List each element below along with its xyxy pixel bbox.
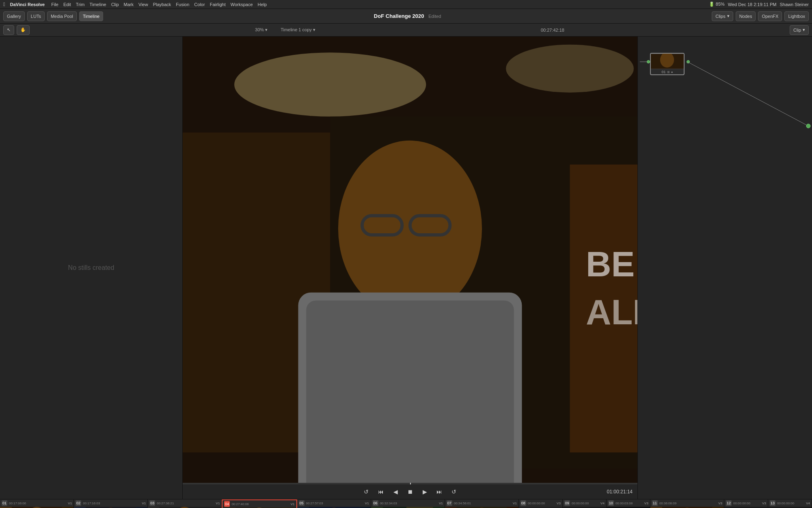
nodes-btn[interactable]: Nodes xyxy=(736,11,756,21)
timeline-btn[interactable]: Timeline xyxy=(79,11,103,21)
playback-timecode: 01:00:21:14 xyxy=(607,489,633,495)
clip-num-08: 08 xyxy=(520,500,526,506)
menu-color[interactable]: Color xyxy=(194,2,205,7)
clip-mode[interactable]: Clip ▾ xyxy=(790,25,809,35)
video-frame: BE ALP xyxy=(183,37,637,484)
clip-item-09[interactable]: 09 00:00:00:00 V4 👤 ⬡ PNG xyxy=(563,499,607,508)
svg-rect-10 xyxy=(306,300,514,484)
clip-item-11[interactable]: 11 00:36:08:09 V3 ⚙ H.264 xyxy=(650,499,724,508)
clip-num-03: 03 xyxy=(149,500,155,506)
video-container[interactable]: BE ALP xyxy=(183,37,637,484)
menu-clip[interactable]: Clip xyxy=(111,2,119,7)
node-connections xyxy=(638,37,812,499)
lightbox-btn[interactable]: Lightbox xyxy=(784,11,809,21)
system-info: 🔋 85% Wed Dec 18 2:19:11 PM Shawn Steine… xyxy=(709,2,809,7)
top-toolbar: Gallery LUTs Media Pool Timeline DoF Cha… xyxy=(0,9,812,24)
timecode-display-top: 00:27:42:18 xyxy=(541,28,564,33)
node-output-dot xyxy=(687,60,690,63)
zoom-level: 30% ▾ xyxy=(255,27,268,33)
node-thumbnail xyxy=(651,54,684,69)
clip-item-05[interactable]: 05 00:27:57:03 V1 ⚙ H.264 xyxy=(297,499,371,508)
clip-item-06[interactable]: 06 00:32:34:03 V1 ⚙ H.264 xyxy=(371,499,445,508)
menu-file[interactable]: File xyxy=(51,2,58,7)
clip-num-02: 02 xyxy=(76,500,81,506)
menu-fairlight[interactable]: Fairlight xyxy=(210,2,226,7)
clip-num-04: 04 xyxy=(224,501,230,507)
timeline-copy: Timeline 1 copy ▾ xyxy=(281,27,315,33)
clip-item-07[interactable]: 07 00:34:56:01 V1 ⚙ H.264 xyxy=(445,499,519,508)
apple-logo:  xyxy=(3,1,5,7)
cursor-btn[interactable]: ↖ xyxy=(3,25,14,35)
node-01[interactable]: 01 ⊞ ● xyxy=(650,53,685,75)
openfx-btn[interactable]: OpenFX xyxy=(758,11,782,21)
menu-timeline[interactable]: Timeline xyxy=(89,2,106,7)
clip-item-08[interactable]: 08 00:00:00:00 V3 👤 ⬡ PNG xyxy=(519,499,563,508)
node-area[interactable]: 01 ⊞ ● xyxy=(638,37,812,499)
clip-strip: 01 00:17:06:06 V1 ⚙ H.264 02 00:17:16:03… xyxy=(0,499,812,508)
clip-item-13[interactable]: 13 00:00:00:00 V4 📷 ⬡ PNG xyxy=(768,499,812,508)
svg-text:ALP: ALP xyxy=(586,293,637,332)
clip-label: Clip xyxy=(793,28,801,33)
datetime: Wed Dec 18 2:19:11 PM xyxy=(728,2,777,7)
node-editor-panel: 01 ⊞ ● xyxy=(637,37,812,499)
gallery-btn[interactable]: Gallery xyxy=(3,11,25,21)
media-pool-btn[interactable]: Media Pool xyxy=(47,11,77,21)
clip-num-10: 10 xyxy=(608,500,614,506)
menu-fusion[interactable]: Fusion xyxy=(176,2,189,7)
node-label: 01 xyxy=(661,70,665,74)
svg-line-16 xyxy=(687,62,808,126)
loop-btn[interactable]: ↺ xyxy=(361,487,371,497)
menu-bar:  DaVinci Resolve File Edit Trim Timelin… xyxy=(0,0,812,9)
username: Shawn Steiner xyxy=(780,2,809,7)
menu-edit[interactable]: Edit xyxy=(63,2,71,7)
play-btn[interactable]: ▶ xyxy=(420,487,430,497)
menu-playback[interactable]: Playback xyxy=(153,2,171,7)
stop-btn[interactable]: ⏹ xyxy=(405,487,415,497)
clip-item-02[interactable]: 02 00:17:16:03 V1 ⚙ H.264 xyxy=(74,499,148,508)
clip-num-13: 13 xyxy=(770,500,775,506)
main-content: No stills created BE ALP xyxy=(0,37,812,499)
menu-help[interactable]: Help xyxy=(258,2,267,7)
node-input-dot xyxy=(647,60,650,63)
menu-trim[interactable]: Trim xyxy=(76,2,85,7)
center-panel: BE ALP ↺ ⏮ ◀ ⏹ xyxy=(183,37,637,499)
clip-num-01: 01 xyxy=(2,500,7,506)
svg-point-2 xyxy=(506,45,634,93)
toolbar-right: Clips ▾ Nodes OpenFX Lightbox xyxy=(712,11,809,21)
clip-num-06: 06 xyxy=(373,500,378,506)
menu-workspace[interactable]: Workspace xyxy=(231,2,253,7)
video-preview: BE ALP xyxy=(183,37,637,484)
battery: 🔋 85% xyxy=(709,2,725,7)
second-toolbar: ↖ ✋ 30% ▾ Timeline 1 copy ▾ 00:27:42:18 … xyxy=(0,24,812,37)
app-name: DaVinci Resolve xyxy=(10,2,45,7)
svg-point-17 xyxy=(806,124,810,128)
clip-num-11: 11 xyxy=(652,500,658,506)
clip-num-12: 12 xyxy=(726,500,732,506)
clip-num-05: 05 xyxy=(299,500,304,506)
svg-point-1 xyxy=(234,52,426,116)
clip-num-09: 09 xyxy=(564,500,570,506)
no-stills-text: No stills created xyxy=(68,264,114,271)
clip-item-03[interactable]: 03 00:27:36:21 V1 ⚙ H.264 xyxy=(148,499,222,508)
clip-item-12[interactable]: 12 00:00:00:00 V3 ⬡ PNG xyxy=(724,499,768,508)
pan-btn[interactable]: ✋ xyxy=(17,25,30,35)
clips-btn[interactable]: Clips ▾ xyxy=(712,11,733,21)
menu-view[interactable]: View xyxy=(138,2,148,7)
clip-item-04[interactable]: 04 00:27:40:06 V1 ⚙ H.264 xyxy=(222,499,297,508)
clip-item-10[interactable]: 10 00:00:03:08 V3 ⚙ H.264 xyxy=(607,499,650,508)
loop2-btn[interactable]: ↺ xyxy=(449,487,459,497)
rewind-btn[interactable]: ⏮ xyxy=(376,487,386,497)
next-frame-btn[interactable]: ⏭ xyxy=(434,487,444,497)
project-title: DoF Challenge 2020 Edited xyxy=(106,13,709,19)
luts-btn[interactable]: LUTs xyxy=(27,11,45,21)
gallery-panel: No stills created xyxy=(0,37,183,499)
menu-mark[interactable]: Mark xyxy=(124,2,134,7)
prev-frame-btn[interactable]: ◀ xyxy=(391,487,400,497)
playback-controls: ↺ ⏮ ◀ ⏹ ▶ ⏭ ↺ 01:00:21:14 xyxy=(183,484,637,499)
clip-num-07: 07 xyxy=(447,500,452,506)
clip-item-01[interactable]: 01 00:17:06:06 V1 ⚙ H.264 xyxy=(0,499,74,508)
svg-text:BE: BE xyxy=(586,245,635,284)
